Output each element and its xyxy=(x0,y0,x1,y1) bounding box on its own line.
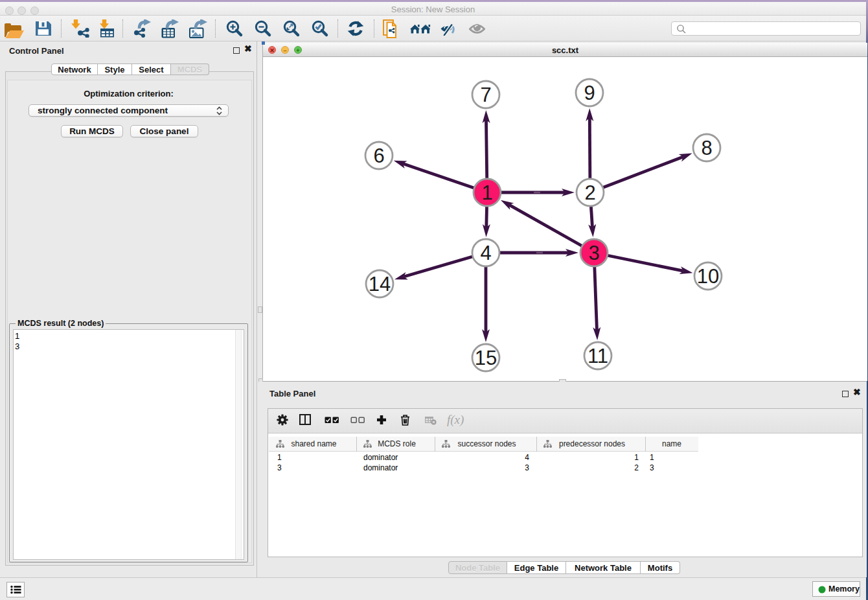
svg-text:9: 9 xyxy=(584,82,595,104)
svg-text:6: 6 xyxy=(373,144,384,167)
svg-text:10: 10 xyxy=(697,265,719,288)
svg-text:2: 2 xyxy=(584,181,595,204)
svg-text:15: 15 xyxy=(475,347,497,369)
svg-text:3: 3 xyxy=(588,242,599,264)
svg-text:11: 11 xyxy=(588,345,608,367)
svg-text:8: 8 xyxy=(701,137,712,159)
svg-text:14: 14 xyxy=(369,273,391,295)
svg-text:4: 4 xyxy=(480,242,491,264)
svg-text:1: 1 xyxy=(481,181,492,204)
svg-text:7: 7 xyxy=(480,84,491,106)
